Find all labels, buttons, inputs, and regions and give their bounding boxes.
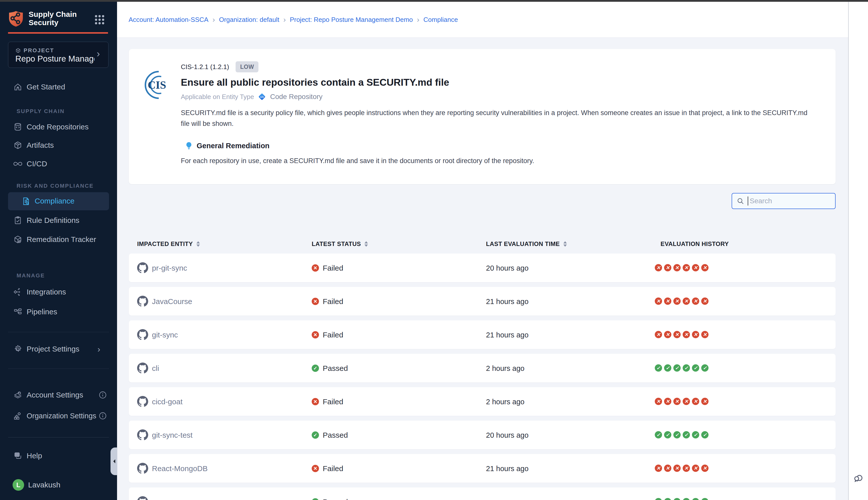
table-row[interactable]: cicd-goat Failed 2 hours ago [129,387,836,416]
table-row[interactable]: React-MongoDB Failed 21 hours ago [129,454,836,483]
project-cube-icon [15,48,21,53]
sort-icon[interactable] [196,241,200,247]
cicd-icon [13,159,23,169]
entity-name[interactable]: JavaCourse [152,297,192,306]
entity-name[interactable]: git-sync [152,331,178,339]
github-icon [137,329,148,340]
evaluation-history [655,364,708,372]
status-icon [312,298,319,305]
table-row[interactable]: JavaCourse Failed 21 hours ago [129,287,836,316]
status-icon [312,398,319,405]
evaluation-time: 2 hours ago [486,364,524,373]
organization-settings-icon [13,411,23,421]
breadcrumb-account[interactable]: Account: Automation-SSCA [129,16,208,24]
github-icon [137,429,148,441]
evaluation-time: 20 hours ago [486,264,529,272]
sidebar-item-account-settings[interactable]: Account Settings [0,386,117,404]
help-icon: ? [13,451,23,461]
rule-title: Ensure all public repositories contain a… [181,77,449,88]
sidebar-footer-divider [8,437,109,438]
status-label: Passed [323,364,348,373]
section-risk-and-compliance: RISK AND COMPLIANCE [16,183,94,189]
compliance-icon [21,196,31,206]
user-avatar[interactable]: L [13,479,24,491]
evaluation-time: 2 hours ago [486,398,524,406]
evaluation-time: 21 hours ago [486,297,529,306]
column-header-last-evaluation-time[interactable]: LAST EVALUATION TIME [486,239,567,249]
sidebar-item-artifacts[interactable]: Artifacts [0,136,117,154]
sidebar-item-integrations[interactable]: Integrations [0,283,117,301]
remediation-tracker-icon [13,235,23,244]
support-chat-icon[interactable] [853,472,865,484]
cis-logo: CIS. [142,69,166,102]
table-rows: pr-git-sync Failed 20 hours ago JavaCour… [129,253,836,500]
breadcrumb-separator-icon: › [283,15,286,24]
status-icon [312,331,319,339]
artifacts-icon [13,140,23,150]
search-input[interactable]: Search [732,193,836,209]
project-settings-gear-icon [13,344,23,354]
entity-name[interactable]: React-MongoDB [152,464,208,473]
sidebar-item-organization-settings[interactable]: Organization Settings [0,407,117,425]
sidebar-item-remediation-tracker[interactable]: Remediation Tracker [0,230,117,249]
entity-name[interactable]: pr-git-sync [152,264,187,272]
breadcrumb-compliance[interactable]: Compliance [424,16,458,24]
module-grid-icon[interactable] [95,15,104,24]
sidebar-item-cicd[interactable]: CI/CD [0,155,117,173]
column-header-evaluation-history: EVALUATION HISTORY [661,239,729,249]
table-row[interactable]: cli Passed 2 hours ago [129,354,836,383]
sidebar-item-get-started[interactable]: Get Started [0,78,117,96]
table-row[interactable]: git-sync-test Passed 20 hours ago [129,421,836,449]
rule-description: SECURITY.md file is a security policy fi… [181,107,839,129]
status-label: Failed [323,264,343,272]
status-label: Passed [323,498,348,500]
github-icon [137,296,148,307]
project-selector[interactable]: PROJECT Repo Posture Manage... › [8,42,108,68]
status-icon [312,264,319,272]
entity-name[interactable]: cli [152,364,159,373]
sort-icon[interactable] [364,241,368,247]
pipelines-icon [13,307,23,317]
status-icon [312,431,319,439]
project-name: Repo Posture Manage... [15,54,94,64]
account-settings-icon [13,390,23,400]
home-icon [13,82,23,92]
user-name[interactable]: Lavakush [28,481,60,489]
svg-text:CIS.: CIS. [148,79,166,91]
sidebar-item-project-settings[interactable]: Project Settings › [0,340,117,358]
table-row[interactable]: pr-git-sync Failed 20 hours ago [129,253,836,282]
sidebar-collapse-handle[interactable] [111,447,117,475]
evaluation-history [655,264,708,271]
table-row[interactable]: git-sync Failed 21 hours ago [129,320,836,349]
breadcrumb-organization[interactable]: Organization: default [219,16,279,24]
breadcrumb-separator-icon: › [212,15,215,24]
remediation-text: For each repository in use, create a SEC… [181,157,534,165]
collapse-arrow-icon [111,459,115,463]
entity-type-label[interactable]: Code Repository [270,93,323,101]
status-icon [312,365,319,372]
breadcrumb-project[interactable]: Project: Repo Posture Management Demo [290,16,413,24]
sidebar-item-rule-definitions[interactable]: Rule Definitions [0,211,117,229]
github-icon [137,463,148,474]
account-settings-info-icon[interactable] [99,391,107,399]
sidebar-item-help[interactable]: ? Help [0,447,117,465]
column-header-impacted-entity[interactable]: IMPACTED ENTITY [137,239,200,249]
sidebar-item-pipelines[interactable]: Pipelines [0,303,117,321]
organization-settings-info-icon[interactable] [99,411,107,420]
status-label: Failed [323,297,343,306]
evaluation-history [655,465,708,472]
table-row[interactable]: Passed [129,487,836,500]
code-repository-icon: </> [258,93,266,101]
text-caret [748,196,748,205]
sidebar-item-code-repositories[interactable]: Code Repositories [0,118,117,136]
entity-name[interactable]: git-sync-test [152,431,193,440]
sidebar-divider [8,368,109,369]
rule-definitions-icon [13,216,23,225]
sort-icon[interactable] [563,241,567,247]
severity-badge: LOW [235,61,258,72]
evaluation-history [655,431,708,439]
status-icon [312,498,319,500]
entity-name[interactable]: cicd-goat [152,397,183,406]
column-header-latest-status[interactable]: LATEST STATUS [312,239,368,249]
sidebar-item-compliance[interactable]: Compliance [8,192,109,210]
